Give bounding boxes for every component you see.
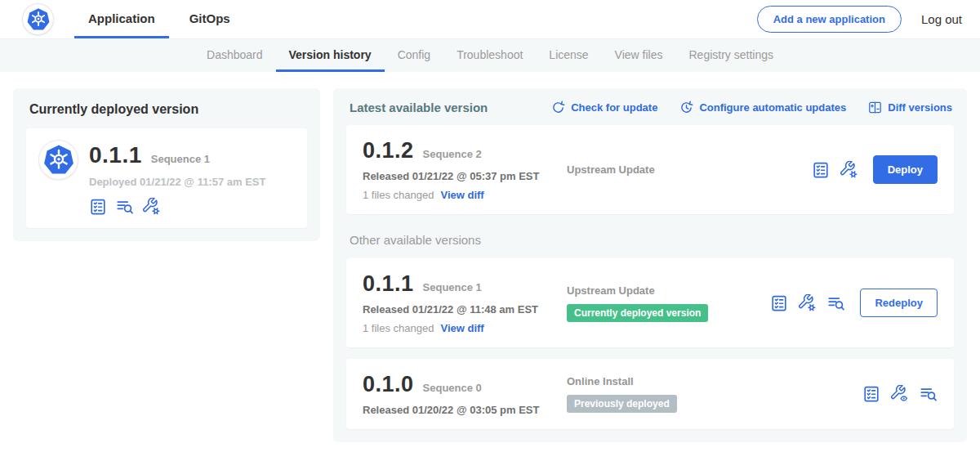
version-source: Upstream Update <box>567 163 655 176</box>
source-label: Upstream Update <box>567 284 708 297</box>
edit-config-icon[interactable] <box>840 161 858 179</box>
version-info: 0.1.1 Sequence 1 Released 01/21/22 @ 11:… <box>363 271 567 334</box>
refresh-icon <box>551 101 565 114</box>
version-label: 0.1.2 <box>363 138 414 163</box>
tab-gitops[interactable]: GitOps <box>176 0 244 38</box>
version-info: 0.1.2 Sequence 2 Released 01/21/22 @ 05:… <box>363 138 567 201</box>
app-subnav: Dashboard Version history Config Trouble… <box>0 38 980 72</box>
check-for-update-label: Check for update <box>571 101 657 114</box>
tab-dashboard[interactable]: Dashboard <box>194 39 276 72</box>
version-actions: Redeploy <box>770 289 938 317</box>
sequence-label: Sequence 2 <box>423 148 482 160</box>
version-actions <box>862 385 938 403</box>
version-source: Online Install Previously deployed <box>567 375 677 413</box>
panel-actions: Check for update Configure automatic upd… <box>551 101 952 114</box>
schedule-update-icon <box>679 101 693 114</box>
tab-config[interactable]: Config <box>385 39 443 72</box>
header-right: Add a new application Log out <box>757 6 962 33</box>
previously-deployed-badge: Previously deployed <box>567 395 677 413</box>
preflight-checks-icon[interactable] <box>812 161 830 179</box>
logout-link[interactable]: Log out <box>921 12 962 26</box>
edit-config-icon[interactable] <box>143 198 161 216</box>
source-label: Upstream Update <box>567 163 655 176</box>
deployed-version-label: 0.1.1 <box>89 142 142 168</box>
app-logo <box>39 141 78 179</box>
tab-license[interactable]: License <box>536 39 601 72</box>
latest-version-header: Latest available version Check for updat… <box>350 101 952 114</box>
tab-version-history[interactable]: Version history <box>276 39 385 72</box>
diff-icon <box>868 101 882 114</box>
view-diff-link[interactable]: View diff <box>440 322 483 334</box>
version-history-panel: Latest available version Check for updat… <box>333 88 967 442</box>
version-source: Upstream Update Currently deployed versi… <box>567 284 708 322</box>
view-diff-link[interactable]: View diff <box>440 189 483 201</box>
deployed-actions <box>89 198 265 216</box>
released-timestamp: Released 01/20/22 @ 03:05 pm EST <box>363 404 567 416</box>
preflight-checks-icon[interactable] <box>89 198 107 216</box>
version-row-0-1-2: 0.1.2 Sequence 2 Released 01/21/22 @ 05:… <box>346 125 954 214</box>
source-label: Online Install <box>567 375 677 387</box>
currently-deployed-badge: Currently deployed version <box>567 304 708 322</box>
deployed-version-info: 0.1.1 Sequence 1 Deployed 01/21/22 @ 11:… <box>89 141 265 216</box>
check-for-update-link[interactable]: Check for update <box>551 101 657 114</box>
version-actions: Deploy <box>812 155 938 184</box>
deploy-button[interactable]: Deploy <box>873 155 938 184</box>
redeploy-button[interactable]: Redeploy <box>860 289 938 317</box>
version-row-0-1-0: 0.1.0 Sequence 0 Released 01/20/22 @ 03:… <box>346 359 954 429</box>
sequence-label: Sequence 1 <box>423 281 482 293</box>
tab-registry-settings[interactable]: Registry settings <box>676 39 786 72</box>
sequence-label: Sequence 0 <box>423 382 482 394</box>
currently-deployed-card: Currently deployed version 0.1.1 Sequenc… <box>13 88 320 241</box>
deploy-logs-icon[interactable] <box>920 385 938 403</box>
version-label: 0.1.1 <box>363 271 414 297</box>
preflight-checks-icon[interactable] <box>862 385 880 403</box>
configure-automatic-updates-link[interactable]: Configure automatic updates <box>679 101 846 114</box>
released-timestamp: Released 01/21/22 @ 05:37 pm EST <box>363 170 567 182</box>
header-tabs: Application GitOps <box>74 0 251 38</box>
version-row-0-1-1: 0.1.1 Sequence 1 Released 01/21/22 @ 11:… <box>346 258 954 347</box>
deploy-logs-icon[interactable] <box>116 198 134 216</box>
version-label: 0.1.0 <box>363 372 414 397</box>
tab-view-files[interactable]: View files <box>602 39 676 72</box>
version-info: 0.1.0 Sequence 0 Released 01/20/22 @ 03:… <box>363 372 567 416</box>
edit-config-icon[interactable] <box>799 294 817 312</box>
kubernetes-logo <box>23 4 53 34</box>
diff-versions-label: Diff versions <box>888 101 952 114</box>
app-header: Application GitOps Add a new application… <box>0 0 980 38</box>
add-application-button[interactable]: Add a new application <box>757 6 902 33</box>
preflight-checks-icon[interactable] <box>770 294 788 312</box>
deployed-timestamp: Deployed 01/21/22 @ 11:57 am EST <box>89 176 265 188</box>
deploy-logs-icon[interactable] <box>827 294 845 312</box>
other-versions-title: Other available versions <box>350 233 951 247</box>
released-timestamp: Released 01/21/22 @ 11:48 am EST <box>363 303 567 316</box>
files-changed-label: 1 files changed <box>363 322 434 334</box>
configure-automatic-updates-label: Configure automatic updates <box>699 101 846 114</box>
latest-version-title: Latest available version <box>350 101 488 114</box>
diff-versions-link[interactable]: Diff versions <box>868 101 952 114</box>
main-content: Currently deployed version 0.1.1 Sequenc… <box>0 72 980 459</box>
deployed-sequence-label: Sequence 1 <box>151 153 210 165</box>
files-changed-label: 1 files changed <box>363 189 434 201</box>
currently-deployed-title: Currently deployed version <box>29 102 307 117</box>
deployed-version-card: 0.1.1 Sequence 1 Deployed 01/21/22 @ 11:… <box>26 128 307 228</box>
view-config-icon[interactable] <box>891 385 909 403</box>
tab-application[interactable]: Application <box>74 0 169 38</box>
tab-troubleshoot[interactable]: Troubleshoot <box>443 39 536 72</box>
